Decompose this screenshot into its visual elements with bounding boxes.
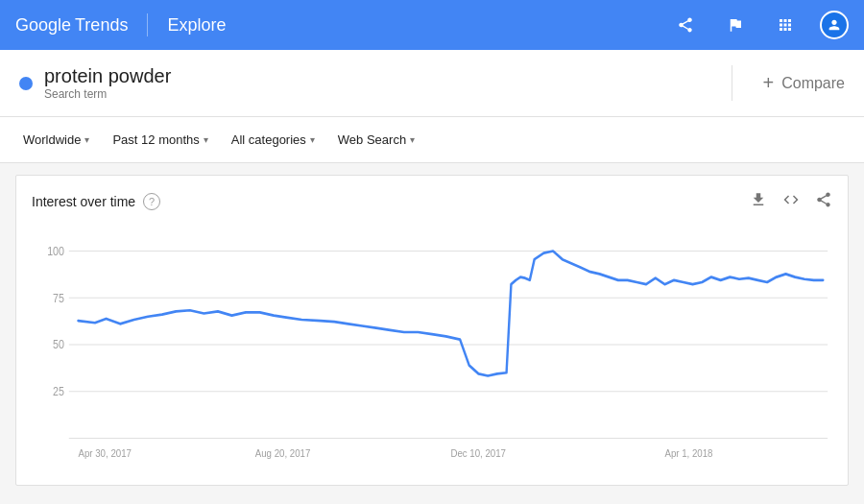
search-area: protein powder Search term + Compare	[0, 50, 864, 117]
share-chart-icon[interactable]	[815, 191, 832, 212]
filter-time-period[interactable]: Past 12 months ▾	[105, 127, 215, 153]
trends-text: Trends	[75, 15, 128, 36]
google-text: Google	[15, 15, 71, 36]
logo: Google Trends	[15, 15, 128, 36]
help-icon[interactable]: ?	[143, 193, 160, 210]
svg-text:50: 50	[53, 339, 64, 351]
categories-chevron-icon: ▾	[310, 134, 315, 145]
svg-text:Dec 10, 2017: Dec 10, 2017	[450, 448, 506, 460]
filter-search-type[interactable]: Web Search ▾	[330, 127, 422, 153]
compare-plus-icon: +	[763, 72, 775, 94]
filter-bar: Worldwide ▾ Past 12 months ▾ All categor…	[0, 117, 864, 163]
flag-icon[interactable]	[720, 10, 751, 40]
svg-text:Apr 1, 2018: Apr 1, 2018	[664, 448, 712, 460]
filter-search-type-label: Web Search	[338, 132, 406, 147]
header-divider	[147, 13, 148, 36]
trend-chart-svg: 100 75 50 25 Apr 30, 2017 Aug 20, 2017 D…	[32, 220, 832, 469]
search-term-label: protein powder	[44, 65, 171, 87]
search-term-info: protein powder Search term	[44, 65, 171, 101]
main-content: Interest over time ?	[0, 163, 864, 497]
filter-categories[interactable]: All categories ▾	[224, 127, 323, 153]
time-chevron-icon: ▾	[204, 134, 208, 145]
compare-label: Compare	[781, 75, 845, 92]
header-icons	[670, 10, 849, 40]
header: Google Trends Explore	[0, 0, 864, 50]
svg-text:Apr 30, 2017: Apr 30, 2017	[78, 448, 132, 460]
chart-title: Interest over time	[32, 194, 135, 209]
compare-button[interactable]: + Compare	[732, 72, 846, 94]
apps-icon[interactable]	[770, 10, 801, 40]
chart-container: 100 75 50 25 Apr 30, 2017 Aug 20, 2017 D…	[32, 220, 832, 469]
svg-text:25: 25	[53, 386, 64, 398]
svg-text:75: 75	[53, 292, 64, 304]
svg-text:100: 100	[47, 245, 64, 257]
search-term-type: Search term	[44, 87, 171, 101]
svg-text:Aug 20, 2017: Aug 20, 2017	[255, 448, 311, 460]
filter-categories-label: All categories	[231, 132, 306, 147]
chart-header: Interest over time ?	[32, 191, 832, 212]
filter-worldwide-label: Worldwide	[23, 132, 81, 147]
chart-actions	[750, 191, 832, 212]
embed-icon[interactable]	[782, 191, 800, 212]
share-icon[interactable]	[670, 10, 701, 40]
explore-label: Explore	[167, 15, 226, 36]
chart-title-area: Interest over time ?	[32, 193, 160, 210]
worldwide-chevron-icon: ▾	[84, 134, 89, 145]
user-avatar[interactable]	[820, 11, 849, 39]
search-term-box: protein powder Search term	[19, 65, 732, 101]
filter-time-label: Past 12 months	[112, 132, 199, 147]
filter-worldwide[interactable]: Worldwide ▾	[15, 127, 97, 153]
interest-over-time-card: Interest over time ?	[15, 175, 849, 486]
search-term-dot	[19, 77, 33, 90]
download-icon[interactable]	[750, 191, 767, 212]
search-type-chevron-icon: ▾	[410, 134, 415, 145]
